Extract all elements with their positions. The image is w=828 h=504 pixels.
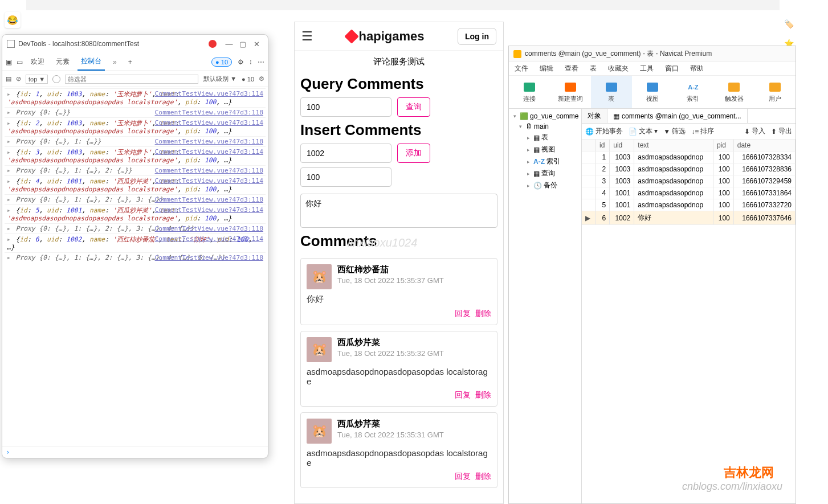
filter-button[interactable]: ▼ 筛选: [663, 126, 686, 136]
gear-icon[interactable]: ⚙: [238, 58, 244, 66]
tree-indexes[interactable]: ▸A-Z 索引: [510, 155, 580, 167]
filter-input[interactable]: [65, 75, 198, 84]
source-link[interactable]: CommentTestView.vue?47d3:114: [155, 119, 263, 126]
devtools-titlebar[interactable]: DevTools - localhost:8080/commentTest — …: [2, 35, 268, 53]
table-row[interactable]: 41001asdmoapsdasopdnop1001666107331864: [582, 187, 796, 199]
issue-badge[interactable]: ● 10: [242, 76, 254, 83]
text-mode-button[interactable]: 📄 文本 ▾: [629, 126, 658, 136]
maximize-button[interactable]: ▢: [236, 40, 250, 48]
source-link[interactable]: CommentTestView.vue?47d3:114: [155, 206, 263, 214]
console-log-row[interactable]: CommentTestView.vue?47d3:114▸ {id: 1, ui…: [5, 88, 266, 107]
console-log-row[interactable]: CommentTestView.vue?47d3:118▸ Proxy {0: …: [5, 252, 266, 263]
console-log-row[interactable]: CommentTestView.vue?47d3:118▸ Proxy {0: …: [5, 194, 266, 204]
delete-link[interactable]: 删除: [475, 309, 491, 318]
console-log-row[interactable]: CommentTestView.vue?47d3:118▸ Proxy {0: …: [5, 165, 266, 175]
more-icon[interactable]: ⋯: [258, 58, 264, 66]
console-log-row[interactable]: CommentTestView.vue?47d3:114▸ {id: 3, ui…: [5, 146, 266, 165]
console-prompt[interactable]: ›: [2, 446, 268, 458]
menu-收藏夹[interactable]: 收藏夹: [608, 64, 629, 73]
live-expression-icon[interactable]: [52, 75, 60, 83]
menu-窗口[interactable]: 窗口: [665, 64, 679, 73]
tool-连接[interactable]: 连接: [509, 76, 550, 108]
insert-pid-input[interactable]: [300, 167, 391, 187]
tool-用户[interactable]: 用户: [754, 76, 796, 108]
source-link[interactable]: CommentTestView.vue?47d3:118: [155, 225, 263, 232]
clear-console-icon[interactable]: ⊘: [16, 75, 21, 83]
sort-button[interactable]: ↓≡ 排序: [691, 126, 714, 136]
source-link[interactable]: CommentTestView.vue?47d3:114: [155, 148, 263, 155]
navicat-tree[interactable]: ▾🟩 go_vue_comme ▾🛢 main ▸▦ 表 ▸▦ 视图 ▸A-Z …: [509, 109, 582, 503]
delete-link[interactable]: 删除: [475, 390, 491, 399]
table-row[interactable]: 51001asdmoapsdasopdnop1001666107332720: [582, 199, 796, 211]
begin-transaction-button[interactable]: 🌐 开始事务: [585, 126, 623, 136]
menu-表[interactable]: 表: [590, 64, 597, 73]
menu-工具[interactable]: 工具: [640, 64, 654, 73]
tab-add[interactable]: +: [125, 55, 136, 69]
reply-link[interactable]: 回复: [455, 390, 471, 399]
col-id[interactable]: id: [596, 140, 610, 151]
menu-帮助[interactable]: 帮助: [690, 64, 704, 73]
insert-uid-input[interactable]: [300, 144, 391, 163]
insert-button[interactable]: 添加: [397, 144, 430, 163]
tab-comments-table[interactable]: ▦ comments @main (go_vue_comment...: [607, 109, 748, 123]
col-uid[interactable]: uid: [610, 140, 634, 151]
navicat-titlebar[interactable]: comments @main (go_vue_comment) - 表 - Na…: [509, 46, 796, 62]
close-button[interactable]: ✕: [250, 40, 263, 48]
reply-link[interactable]: 回复: [455, 472, 471, 481]
emoji-toolbar-icon[interactable]: 😂: [5, 12, 21, 28]
source-link[interactable]: CommentTestView.vue?47d3:118: [155, 196, 263, 203]
settings-icon[interactable]: ⚙: [259, 75, 264, 83]
insert-text-input[interactable]: [300, 194, 497, 228]
delete-link[interactable]: 删除: [475, 472, 491, 481]
tree-tables[interactable]: ▸▦ 表: [510, 132, 580, 144]
tab-objects[interactable]: 对象: [582, 109, 607, 123]
device-icon[interactable]: ▭: [17, 58, 23, 66]
menu-查看[interactable]: 查看: [565, 64, 578, 73]
console-log-row[interactable]: CommentTestView.vue?47d3:118▸ Proxy {0: …: [5, 136, 266, 146]
kebab-icon[interactable]: ⁝: [250, 58, 252, 66]
source-link[interactable]: CommentTestView.vue?47d3:114: [155, 235, 263, 243]
import-button[interactable]: ⬇ 导入: [744, 126, 765, 136]
console-log-row[interactable]: CommentTestView.vue?47d3:114▸ {id: 6, ui…: [5, 233, 266, 252]
tab-welcome[interactable]: 欢迎: [27, 54, 48, 70]
table-row[interactable]: 61002你好1001666107337646: [582, 211, 796, 225]
table-row[interactable]: 11003asdmoapsdasopdnop1001666107328334: [582, 151, 796, 163]
export-button[interactable]: ⬆ 导出: [771, 126, 792, 136]
level-select[interactable]: 默认级别 ▼: [203, 74, 237, 84]
tool-表[interactable]: 表: [591, 76, 632, 108]
tool-触发器[interactable]: 触发器: [713, 76, 754, 108]
tree-backup[interactable]: ▸🕓 备份: [510, 179, 580, 191]
tree-views[interactable]: ▸▦ 视图: [510, 144, 580, 155]
sidebar-toggle-icon[interactable]: ▤: [6, 75, 11, 83]
query-pid-input[interactable]: [300, 97, 391, 117]
tool-索引[interactable]: A-Z索引: [672, 76, 713, 108]
notification-icon[interactable]: [209, 40, 217, 48]
menu-编辑[interactable]: 编辑: [540, 64, 553, 73]
source-link[interactable]: CommentTestView.vue?47d3:118: [155, 254, 263, 261]
console-log-row[interactable]: CommentTestView.vue?47d3:114▸ {id: 5, ui…: [5, 204, 266, 223]
tab-console[interactable]: 控制台: [78, 53, 105, 71]
inspect-icon[interactable]: ▣: [6, 58, 12, 66]
console-log-row[interactable]: CommentTestView.vue?47d3:118▸ Proxy {0: …: [5, 223, 266, 233]
menu-icon[interactable]: ☰: [301, 29, 313, 44]
table-row[interactable]: 31003asdmoapsdasopdnop1001666107329459: [582, 175, 796, 187]
data-grid[interactable]: iduidtextpiddate11003asdmoapsdasopdnop10…: [582, 140, 796, 503]
tool-新建查询[interactable]: 新建查询: [550, 76, 591, 108]
tab-more[interactable]: »: [109, 55, 120, 69]
tag-icon[interactable]: 🏷️: [784, 19, 794, 28]
source-link[interactable]: CommentTestView.vue?47d3:118: [155, 167, 263, 174]
tool-视图[interactable]: 视图: [632, 76, 673, 108]
console-log-row[interactable]: CommentTestView.vue?47d3:114▸ {id: 4, ui…: [5, 175, 266, 194]
table-row[interactable]: 21003asdmoapsdasopdnop1001666107328836: [582, 163, 796, 175]
source-link[interactable]: CommentTestView.vue?47d3:114: [155, 90, 263, 97]
reply-link[interactable]: 回复: [455, 309, 471, 318]
context-select[interactable]: top ▼: [26, 75, 48, 84]
tree-queries[interactable]: ▸▦ 查询: [510, 167, 580, 179]
source-link[interactable]: CommentTestView.vue?47d3:118: [155, 138, 263, 145]
console-log-row[interactable]: CommentTestView.vue?47d3:118▸ Proxy {0: …: [5, 107, 266, 117]
source-link[interactable]: CommentTestView.vue?47d3:118: [155, 109, 263, 116]
error-badge[interactable]: ● 10: [211, 58, 232, 67]
login-button[interactable]: Log in: [458, 28, 496, 45]
query-button[interactable]: 查询: [397, 97, 430, 117]
app-logo[interactable]: hapigames: [346, 29, 425, 44]
